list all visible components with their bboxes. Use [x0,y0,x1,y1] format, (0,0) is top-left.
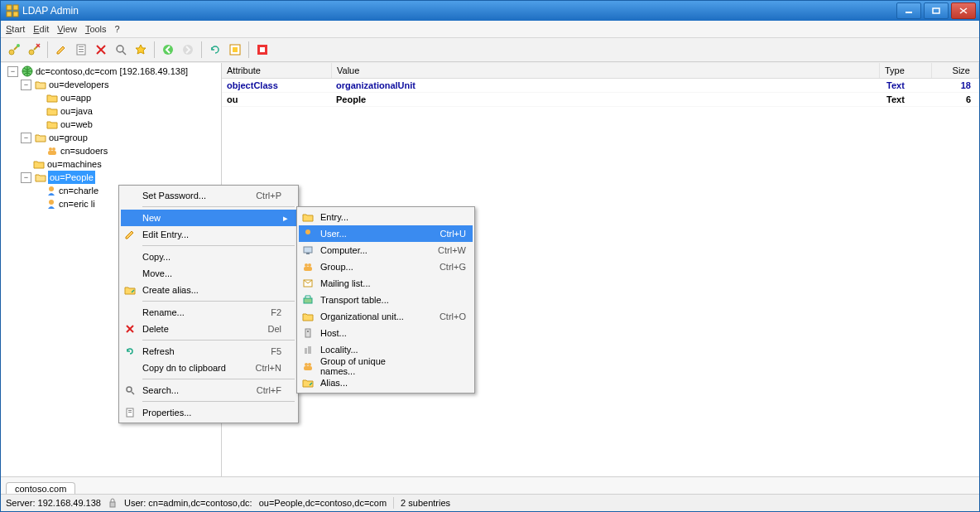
ctx-move[interactable]: Move... [121,265,296,282]
grid-row[interactable]: ou People Text 6 [222,93,979,107]
grid-row[interactable]: objectClass organizationalUnit Text 18 [222,79,979,93]
hdr-attribute[interactable]: Attribute [222,63,332,78]
ctx-edit-entry[interactable]: Edit Entry... [121,226,296,243]
ctx-properties[interactable]: Properties... [121,404,296,421]
tb-properties-icon[interactable] [73,41,89,58]
sub-locality[interactable]: Locality... [299,341,473,358]
ctx-new[interactable]: New▸ [121,210,296,226]
tab-strip: contoso.com [1,476,979,494]
ctx-create-alias[interactable]: Create alias... [121,282,296,298]
svg-rect-0 [7,5,12,10]
hdr-type[interactable]: Type [880,63,932,78]
tree-app[interactable]: ou=app [32,91,221,104]
locality-icon [303,345,313,355]
tree-machines[interactable]: ou=machines [19,157,221,171]
svg-rect-42 [308,346,311,354]
svg-point-44 [308,363,311,366]
app-icon [6,4,19,17]
tb-refresh-icon[interactable] [207,41,223,58]
svg-point-13 [117,46,123,52]
tb-edit-icon[interactable] [53,41,70,58]
tb-modify-icon[interactable] [132,41,149,58]
sub-entry[interactable]: Entry... [299,209,473,225]
svg-point-24 [49,186,54,191]
sub-organizational-unit[interactable]: Organizational unit...Ctrl+O [299,308,473,325]
svg-point-7 [17,44,20,47]
tb-connect-icon[interactable] [6,41,22,58]
status-subentries: 2 subentries [401,498,450,508]
menu-tools[interactable]: Tools [85,24,107,34]
tree-java[interactable]: ou=java [32,104,221,118]
sub-computer[interactable]: Computer...Ctrl+W [299,242,473,258]
tree-sudoers[interactable]: cn=sudoers [32,144,221,157]
tb-back-icon[interactable] [160,41,176,58]
maximize-button[interactable] [924,2,949,19]
tb-stop-icon[interactable] [254,41,271,58]
ctx-copy[interactable]: Copy... [121,249,296,265]
svg-point-43 [305,363,308,366]
sub-group-unique-names[interactable]: Group of unique names... [299,358,473,374]
tree-root[interactable]: − dc=contoso,dc=com [192.168.49.138] [6,65,221,78]
ctx-delete[interactable]: DeleteDel [121,321,296,337]
tree-web[interactable]: ou=web [32,118,221,131]
svg-rect-36 [304,267,312,271]
search-icon [125,385,135,395]
delete-icon [125,324,135,334]
svg-rect-1 [13,5,18,10]
sub-mailing-list[interactable]: Mailing list... [299,275,473,292]
menu-view[interactable]: View [57,24,77,34]
svg-point-21 [49,147,52,151]
close-button[interactable] [951,2,976,19]
status-user: User: cn=admin,dc=contoso,dc: [124,498,252,508]
svg-rect-39 [305,329,310,337]
transport-icon [303,295,313,305]
svg-rect-32 [304,247,312,253]
folder-icon [33,159,45,169]
pencil-icon [124,229,136,240]
sub-user[interactable]: User...Ctrl+U [299,225,473,242]
svg-rect-2 [7,12,12,17]
svg-rect-10 [79,46,84,47]
connection-tab[interactable]: contoso.com [6,482,75,495]
menubar: SStarttart Edit View Tools ? [1,21,979,38]
tb-schema-icon[interactable] [227,41,243,58]
hdr-size[interactable]: Size [932,63,979,78]
ctx-set-password[interactable]: Set Password...Ctrl+P [121,187,296,204]
tb-search-icon[interactable] [113,41,129,58]
svg-point-8 [29,50,34,55]
tb-disconnect-icon[interactable] [26,41,42,58]
tree-group[interactable]: −ou=group [19,131,221,144]
menu-edit[interactable]: Edit [33,24,49,34]
window-buttons [896,2,976,19]
computer-icon [303,245,313,255]
ctx-copy-dn[interactable]: Copy dn to clipboardCtrl+N [121,360,296,376]
user-icon [46,199,56,209]
sub-alias[interactable]: Alias... [299,374,473,391]
svg-rect-26 [110,502,115,507]
minimize-button[interactable] [896,2,921,19]
svg-point-25 [49,200,54,205]
menu-help[interactable]: ? [115,24,120,34]
tb-delete-icon[interactable] [93,41,109,58]
status-server: Server: 192.168.49.138 [6,498,101,508]
sub-transport-table[interactable]: Transport table... [299,292,473,308]
group-icon [302,262,314,272]
hdr-value[interactable]: Value [332,63,880,78]
group-icon [302,361,314,371]
user-icon [303,229,313,239]
svg-rect-33 [306,253,310,254]
tree-people[interactable]: −ou=People [19,171,221,184]
tree-developers[interactable]: −ou=developers [19,78,221,91]
svg-point-15 [183,45,193,55]
ctx-rename[interactable]: Rename...F2 [121,304,296,321]
folder-icon [46,119,58,129]
svg-rect-40 [307,331,309,332]
tb-forward-icon[interactable] [180,41,196,58]
sub-host[interactable]: Host... [299,325,473,341]
svg-rect-11 [79,49,84,50]
ctx-refresh[interactable]: RefreshF5 [121,343,296,360]
menu-start[interactable]: SStarttart [6,24,25,34]
ctx-search[interactable]: Search...Ctrl+F [121,382,296,398]
sub-group[interactable]: Group...Ctrl+G [299,258,473,275]
svg-point-34 [305,263,308,267]
